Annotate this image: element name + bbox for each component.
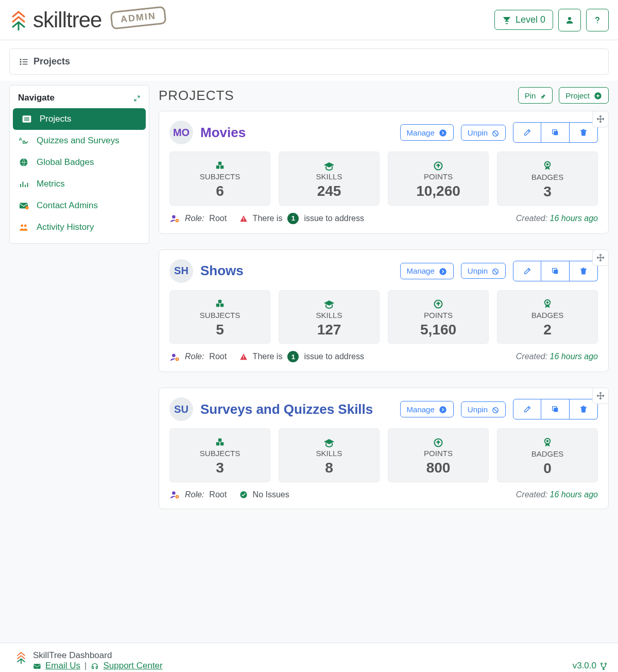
stat-points: POINTS800: [388, 428, 489, 482]
svg-point-68: [172, 491, 176, 495]
sidebar-item-label: Projects: [40, 114, 71, 124]
user-gear-icon: [169, 213, 180, 223]
role-value: Root: [209, 490, 227, 499]
stat-subjects: SUBJECTS5: [169, 290, 270, 344]
stat-badges: BADGES3: [497, 152, 598, 206]
support-center-link[interactable]: Support Center: [103, 661, 162, 671]
drag-handle[interactable]: [592, 249, 609, 266]
unpin-button[interactable]: Unpin: [461, 263, 506, 279]
sidebar-item-label: Activity History: [37, 222, 94, 232]
edit-button[interactable]: [513, 261, 541, 281]
level-button[interactable]: Level 0: [494, 10, 553, 30]
svg-rect-28: [554, 131, 558, 135]
copy-button[interactable]: [541, 261, 570, 281]
created-label: Created:: [516, 352, 547, 361]
svg-point-75: [605, 663, 607, 664]
unpin-button[interactable]: Unpin: [461, 401, 506, 417]
project-card: MO Movies Manage Unpin SUB: [159, 111, 609, 234]
drag-handle[interactable]: [592, 111, 609, 127]
svg-point-41: [439, 268, 446, 275]
svg-point-67: [546, 440, 549, 443]
unpin-button[interactable]: Unpin: [461, 125, 506, 141]
graduation-cap-icon: [279, 159, 379, 171]
pin-button[interactable]: Pin: [518, 87, 553, 104]
users-icon: [18, 223, 29, 231]
svg-rect-40: [243, 220, 244, 221]
sidebar-item-projects[interactable]: Projects: [13, 108, 146, 130]
chart-icon: [18, 180, 29, 188]
sidebar-item-global-badges[interactable]: Global Badges: [10, 152, 149, 173]
cubes-icon: [170, 436, 270, 448]
sidebar-item-label: Contact Admins: [37, 200, 98, 211]
arrow-up-circle-icon: [388, 298, 488, 310]
issue-prefix: There is: [253, 214, 283, 223]
no-issues-label: No Issues: [253, 490, 289, 499]
sidebar-item-quizzes-and-surveys[interactable]: ABQuizzes and Surveys: [10, 130, 149, 152]
action-button-group: [513, 122, 598, 143]
sidebar-title: Navigate: [18, 93, 55, 103]
question-icon: [593, 14, 602, 25]
role-value: Root: [209, 214, 227, 223]
edit-button[interactable]: [513, 122, 541, 143]
footer: SkillTree Dashboard Email Us | Support C…: [0, 643, 618, 672]
created-value: 16 hours ago: [550, 352, 598, 361]
copy-button[interactable]: [541, 122, 570, 143]
svg-rect-73: [33, 664, 40, 668]
new-project-button[interactable]: Project: [559, 87, 609, 104]
sidebar-item-metrics[interactable]: Metrics: [10, 173, 149, 195]
project-avatar: SU: [169, 397, 193, 421]
stat-badges: BADGES0: [497, 428, 598, 482]
svg-rect-64: [218, 439, 221, 442]
manage-button[interactable]: Manage: [400, 401, 454, 417]
created-label: Created:: [516, 214, 547, 223]
project-title[interactable]: Surveys and Quizzes Skills: [200, 401, 373, 417]
stat-skills: SKILLS127: [279, 290, 380, 344]
manage-button[interactable]: Manage: [400, 263, 454, 279]
collapse-icon[interactable]: [133, 93, 141, 103]
email-us-link[interactable]: Email Us: [45, 661, 80, 671]
project-card: SH Shows Manage Unpin SUBJ: [159, 249, 609, 373]
created-value: 16 hours ago: [550, 214, 598, 223]
svg-rect-48: [218, 300, 221, 303]
stat-skills: SKILLS245: [279, 152, 380, 206]
sidebar: Navigate ProjectsABQuizzes and SurveysGl…: [9, 85, 149, 244]
sidebar-item-label: Metrics: [37, 179, 65, 189]
breadcrumb: Projects: [9, 48, 609, 75]
edit-button[interactable]: [513, 399, 541, 419]
svg-point-25: [439, 129, 446, 136]
action-button-group: [513, 261, 598, 281]
svg-rect-39: [243, 217, 244, 220]
project-card: SU Surveys and Quizzes Skills Manage Unp…: [159, 388, 609, 509]
user-gear-icon: [169, 490, 180, 499]
breadcrumb-label: Projects: [33, 56, 70, 67]
sidebar-item-contact-admins[interactable]: Contact Admins: [10, 195, 149, 216]
drag-handle[interactable]: [592, 388, 609, 404]
role-label: Role:: [185, 490, 204, 499]
envelope-icon: [33, 661, 41, 671]
svg-text:B: B: [23, 140, 26, 145]
role-label: Role:: [185, 352, 204, 361]
git-branch-icon: [599, 661, 608, 671]
ban-icon: [492, 405, 499, 414]
help-button[interactable]: [586, 9, 609, 31]
page-title: PROJECTS: [159, 88, 234, 104]
user-gear-icon: [169, 352, 180, 362]
footer-title: SkillTree Dashboard: [33, 650, 163, 661]
svg-point-35: [546, 163, 549, 166]
svg-point-2: [597, 23, 598, 24]
stat-skills: SKILLS8: [279, 428, 380, 482]
award-icon: [497, 436, 597, 448]
issue-prefix: There is: [253, 352, 283, 361]
svg-rect-62: [216, 442, 219, 445]
svg-point-22: [21, 224, 23, 227]
project-title[interactable]: Movies: [200, 125, 246, 141]
project-title[interactable]: Shows: [200, 263, 244, 279]
svg-rect-46: [216, 304, 219, 307]
sidebar-item-activity-history[interactable]: Activity History: [10, 216, 149, 238]
manage-button[interactable]: Manage: [400, 124, 454, 141]
user-button[interactable]: [558, 9, 581, 31]
svg-text:A: A: [19, 137, 22, 142]
svg-point-1: [568, 17, 571, 20]
svg-rect-55: [243, 356, 244, 358]
copy-button[interactable]: [541, 399, 570, 419]
